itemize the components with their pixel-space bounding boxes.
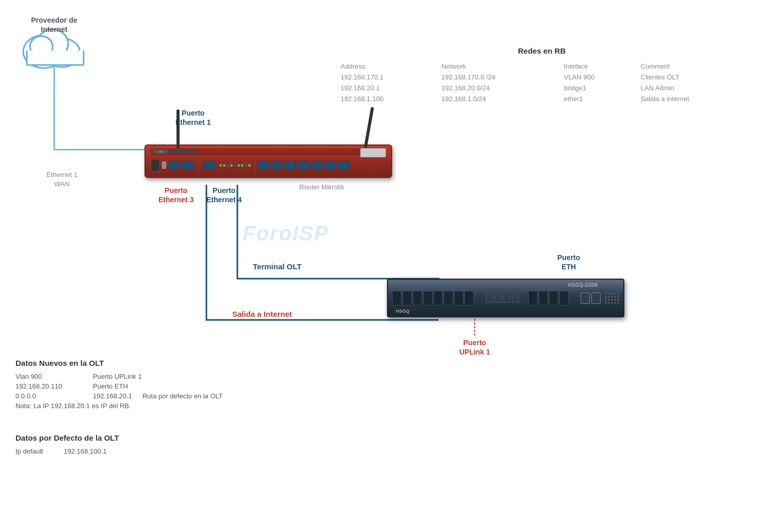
ip-default-key: Ip default (15, 447, 43, 455)
olt-eth-port2 (591, 293, 601, 304)
router-port-eth10 (338, 161, 349, 169)
watermark-text: ForoISP (243, 222, 329, 245)
router-ports (151, 157, 386, 173)
olt-rj45-4 (512, 294, 519, 303)
olt-sfp-12 (559, 291, 569, 305)
datos-nota: Nota: La IP 192.168.20.1 es IP del RB. (15, 402, 315, 410)
redes-rb-network-2: 192.168.1.0/24 (437, 94, 559, 104)
olt-eth-group (580, 293, 601, 304)
datos-nuevos-title: Datos Nuevos en la OLT (15, 359, 315, 367)
datos-nuevos-section: Datos Nuevos en la OLT Vlan 900Puerto UP… (15, 359, 315, 410)
olt-dots (605, 293, 619, 304)
olt-sfp-6 (444, 291, 453, 305)
eth-olt-line1: Puerto (557, 253, 580, 262)
eth1-line1: Puerto (175, 108, 211, 118)
svg-rect-8 (27, 51, 84, 65)
ethernet-wan-line2: WAN (46, 180, 77, 189)
redes-rb-comment-1: LAN Admin (637, 83, 747, 93)
router-port-eth7 (298, 161, 309, 169)
olt-sfp-5 (433, 291, 443, 305)
eth3-line1: Puerto (158, 186, 194, 195)
port-eth1-label: Puerto Ethernet 1 (175, 108, 211, 127)
olt-rj45-1 (486, 294, 493, 303)
datos-nuevos-rows: Vlan 900Puerto UPLink 1192.168.20.110Pue… (15, 373, 315, 400)
led1 (219, 164, 222, 167)
olt-rj45-3 (503, 294, 510, 303)
olt-sfp-7 (454, 291, 463, 305)
olt-sfp-3 (413, 291, 422, 305)
eth-olt-line2: ETH (557, 262, 580, 271)
redes-rb-comment-0: Clientes OLT (637, 72, 747, 82)
datos-nuevos-key-2: 0.0.0.0 (15, 392, 83, 400)
salida-internet-label: Salida a Internet (232, 310, 292, 318)
port-eth3-label: Puerto Ethernet 3 (158, 186, 194, 204)
redes-rb-section: Redes en RB Address Network Inteface Com… (335, 46, 748, 105)
router-port-eth1 (168, 161, 180, 169)
olt-body: HSGQ HSGQ-G008 (387, 279, 624, 317)
olt-device: HSGQ HSGQ-G008 (387, 279, 624, 325)
datos-defecto-row: Ip default 192.168.100.1 (15, 447, 222, 455)
redes-rb-row: 192.168.20.1192.168.20.0/24bridge1LAN Ad… (336, 83, 747, 93)
led7 (241, 164, 244, 167)
ethernet-wan-label: Ethernet 1 WAN (46, 170, 77, 189)
olt-sfp-9 (528, 291, 538, 305)
col-address-header: Address (336, 61, 436, 71)
router-antenna-right (364, 107, 374, 148)
eth4-line2: Ethernet 4 (206, 195, 241, 204)
router-device: RB (144, 144, 402, 186)
olt-sfp-4 (423, 291, 432, 305)
uplink-line2: UPLink 1 (459, 347, 490, 357)
router-port-eth9 (325, 161, 336, 169)
port-eth-olt-label: Puerto ETH (557, 253, 580, 271)
watermark: ForoISP (243, 222, 329, 245)
router-port-eth8 (311, 161, 322, 169)
router-port-eth4 (257, 161, 269, 169)
cloud-text-line2: Internet (41, 25, 67, 34)
salida-internet-text: Salida a Internet (232, 310, 292, 318)
eth3-line2: Ethernet 3 (158, 195, 194, 204)
uplink-line1: Puerto (459, 338, 490, 347)
terminal-olt-label: Terminal OLT (253, 262, 301, 271)
datos-nuevos-key-1: 192.168.20.110 (15, 382, 83, 390)
router-antenna-left (176, 109, 180, 148)
cloud-label: Proveedor de Internet (17, 15, 92, 34)
redes-rb-comment-2: Salida a internet (637, 94, 747, 104)
datos-nuevos-val-1: Puerto ETH (93, 382, 128, 390)
router-body: RB (144, 144, 392, 178)
port-uplink-label: Puerto UPLink 1 (459, 338, 490, 357)
redes-rb-address-0: 192.168.170.1 (336, 72, 436, 82)
redes-rb-network-1: 192.168.20.0/24 (437, 83, 559, 93)
redes-rb-network-0: 192.168.170.0 /24 (437, 72, 559, 82)
router-port-eth3 (204, 161, 215, 169)
olt-sfp-group2 (528, 291, 569, 305)
router-port-eth6 (284, 161, 296, 169)
olt-sfp-11 (549, 291, 558, 305)
ethernet-wan-line1: Ethernet 1 (46, 170, 77, 180)
port-eth4-label: Puerto Ethernet 4 (206, 186, 241, 204)
olt-sfp-1 (392, 291, 401, 305)
redes-rb-address-2: 192.168.1.100 (336, 94, 436, 104)
router-port-eth2 (182, 161, 193, 169)
col-network-header: Network (437, 61, 559, 71)
redes-rb-interface-1: bridge1 (560, 83, 636, 93)
datos-nuevos-val-0: Puerto UPLink 1 (93, 373, 142, 380)
olt-sfp-2 (402, 291, 412, 305)
led5 (234, 164, 236, 167)
led8 (245, 164, 247, 167)
led6 (237, 164, 240, 167)
datos-nuevos-row-2: 0.0.0.0192.168.20.1 Ruta por defecto en … (15, 392, 315, 400)
col-interface-header: Inteface (560, 61, 636, 71)
eth1-line2: Ethernet 1 (175, 118, 211, 127)
olt-eth-port1 (580, 293, 590, 304)
olt-rj45-2 (494, 294, 502, 303)
redes-rb-interface-0: VLAN 900 (560, 72, 636, 82)
eth4-line1: Puerto (206, 186, 241, 195)
terminal-olt-text: Terminal OLT (253, 262, 301, 271)
router-top-panel: RB (151, 148, 386, 155)
datos-defecto-section: Datos por Defecto de la OLT Ip default 1… (15, 433, 222, 455)
col-comment-header: Comment (637, 61, 747, 71)
ip-default-value: 192.168.100.1 (64, 447, 107, 455)
cloud-text-line1: Proveedor de (31, 16, 77, 24)
router-label-text: Router Mikrotik (299, 183, 344, 191)
router-label: Router Mikrotik (299, 183, 344, 191)
